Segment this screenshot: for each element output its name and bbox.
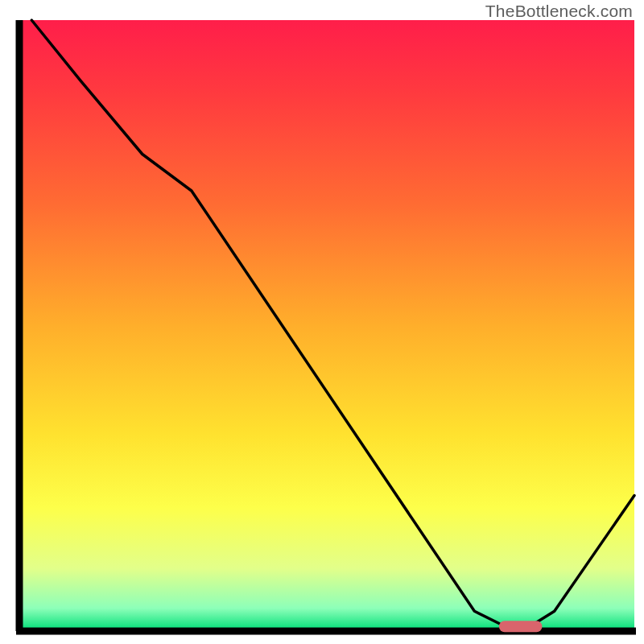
chart-container: TheBottleneck.com (0, 0, 644, 644)
plot-background (19, 20, 634, 630)
optimal-zone-marker (499, 621, 543, 632)
bottleneck-chart (0, 0, 644, 644)
